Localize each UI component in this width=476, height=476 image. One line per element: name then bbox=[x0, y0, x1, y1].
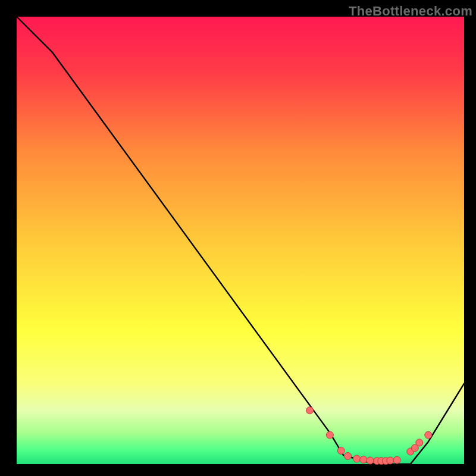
curve-marker bbox=[416, 439, 423, 446]
curve-marker bbox=[367, 457, 374, 464]
curve-marker bbox=[425, 431, 432, 439]
chart-container: TheBottleneck.com bbox=[0, 0, 476, 476]
curve-marker bbox=[387, 457, 394, 464]
curve-marker bbox=[345, 453, 352, 460]
curve-marker bbox=[326, 431, 333, 439]
watermark-text: TheBottleneck.com bbox=[349, 4, 472, 19]
plot-background bbox=[17, 17, 464, 464]
curve-marker bbox=[353, 455, 361, 462]
curve-marker bbox=[393, 456, 400, 464]
curve-marker bbox=[360, 456, 367, 464]
curve-marker bbox=[337, 447, 345, 454]
chart-svg bbox=[0, 0, 476, 476]
curve-marker bbox=[306, 407, 314, 414]
